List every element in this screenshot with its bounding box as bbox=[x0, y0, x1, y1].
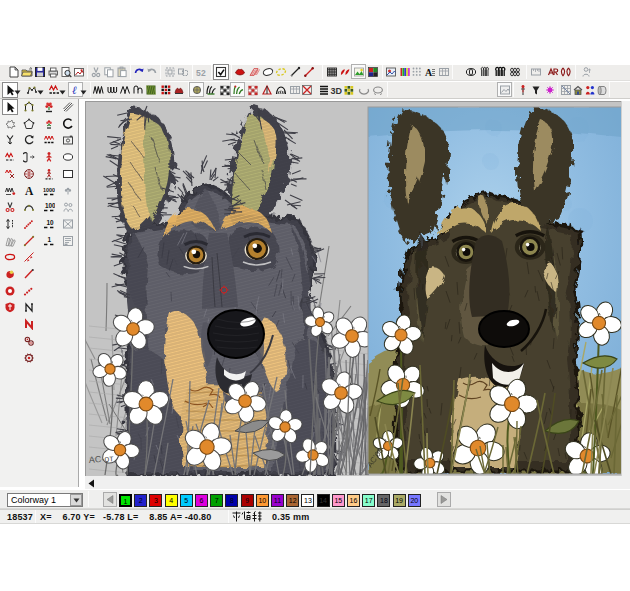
svg-text:ℓ: ℓ bbox=[72, 84, 77, 96]
svg-text:AC·oт: AC·oт bbox=[88, 453, 113, 465]
svg-text:100: 100 bbox=[45, 202, 55, 209]
svg-text:A: A bbox=[25, 185, 34, 197]
svg-text:1000: 1000 bbox=[43, 187, 55, 193]
svg-text:1: 1 bbox=[48, 236, 52, 243]
svg-text:A: A bbox=[425, 67, 433, 78]
svg-text:10: 10 bbox=[46, 219, 54, 226]
svg-text:3D: 3D bbox=[331, 86, 343, 96]
svg-text:2: 2 bbox=[201, 68, 206, 78]
